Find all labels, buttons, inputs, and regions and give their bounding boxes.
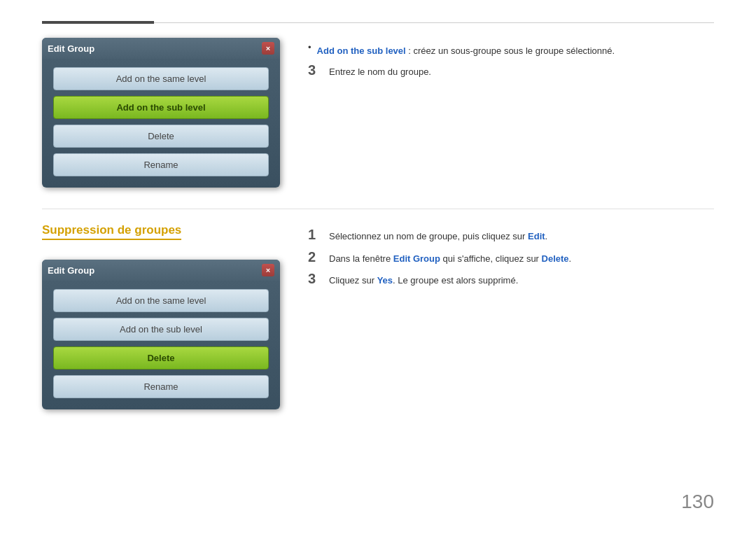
bullet-dot-1: • [308,42,312,52]
section-divider [42,209,714,209]
dialog-title-1: Edit Group [48,43,94,54]
edit-link-1: Edit [528,231,545,241]
add-same-level-btn-1[interactable]: Add on the same level [53,67,269,90]
top-rule [42,21,714,24]
add-sub-level-btn-2[interactable]: Add on the sub level [53,318,269,341]
dialog-title-2: Edit Group [48,265,94,276]
step-2-bottom: 2 Dans la fenêtre Edit Group qui s'affic… [308,249,714,266]
bullet-item-1: • Add on the sub level : créez un sous-g… [308,41,714,58]
delete-link-2: Delete [542,253,569,264]
yes-link: Yes [377,275,393,286]
delete-btn-2[interactable]: Delete [53,346,269,370]
step-1-bottom: 1 Sélectionnez un nom de groupe, puis cl… [308,227,714,244]
step-num-1: 1 [308,227,322,243]
step-text-2: Dans la fenêtre Edit Group qui s'affiche… [329,249,571,266]
step-num-3-bottom: 3 [308,271,322,287]
dialog-titlebar-2: Edit Group × [42,260,280,281]
dialog-body-1: Add on the same level Add on the sub lev… [42,59,280,188]
step-3-bottom: 3 Cliquez sur Yes. Le groupe est alors s… [308,271,714,288]
step-2-after: . [569,253,572,264]
dialog-close-button-1[interactable]: × [262,42,274,55]
dialog-1-container: Edit Group × Add on the same level Add o… [42,38,280,188]
step-text-1: Sélectionnez un nom de groupe, puis cliq… [329,227,547,244]
step-3-after: . Le groupe est alors supprimé. [393,275,518,286]
top-rule-right [154,22,714,23]
step-2-middle: qui s'affiche, cliquez sur [440,253,542,264]
rename-btn-1[interactable]: Rename [53,153,269,176]
instructions-1: • Add on the sub level : créez un sous-g… [308,38,714,188]
bottom-section: Suppression de groupes Edit Group × Add … [42,223,714,409]
instructions-2: 1 Sélectionnez un nom de groupe, puis cl… [308,223,714,409]
dialog-titlebar-1: Edit Group × [42,38,280,59]
bullet-text-1: Add on the sub level : créez un sous-gro… [317,41,615,58]
step-2-before: Dans la fenêtre [329,253,393,264]
dialog-body-2: Add on the same level Add on the sub lev… [42,281,280,409]
delete-btn-1[interactable]: Delete [53,125,269,148]
page-number: 130 [681,491,714,513]
edit-group-link-2: Edit Group [393,253,440,264]
top-section: Edit Group × Add on the same level Add o… [42,38,714,188]
step-3-top: 3 Entrez le nom du groupe. [308,62,714,79]
rename-btn-2[interactable]: Rename [53,375,269,398]
page-container: Edit Group × Add on the same level Add o… [0,0,756,534]
step-num-2: 2 [308,249,322,265]
step-num-3-top: 3 [308,62,322,78]
step-text-3-bottom: Cliquez sur Yes. Le groupe est alors sup… [329,271,518,288]
bullet-description: : créez un sous-groupe sous le groupe sé… [406,45,615,56]
edit-group-dialog-2: Edit Group × Add on the same level Add o… [42,260,280,409]
edit-group-dialog-1: Edit Group × Add on the same level Add o… [42,38,280,188]
top-rule-left [42,21,154,24]
step-3-before: Cliquez sur [329,275,377,286]
dialog-close-button-2[interactable]: × [262,264,274,276]
section-title: Suppression de groupes [42,223,181,240]
add-sub-level-btn-1[interactable]: Add on the sub level [53,96,269,119]
step-1-after: . [545,231,548,241]
dialog-2-container: Suppression de groupes Edit Group × Add … [42,223,280,409]
add-sub-level-link: Add on the sub level [317,45,406,56]
step-text-3-top: Entrez le nom du groupe. [329,62,431,79]
step-1-before: Sélectionnez un nom de groupe, puis cliq… [329,231,528,241]
add-same-level-btn-2[interactable]: Add on the same level [53,289,269,312]
